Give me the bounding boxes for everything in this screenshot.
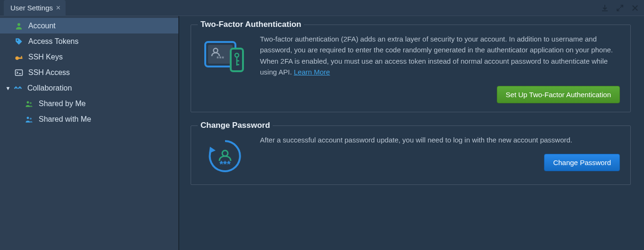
sidebar-item-access-tokens[interactable]: Access Tokens xyxy=(0,33,178,49)
tab-close-icon[interactable]: ✕ xyxy=(56,4,61,11)
change-password-icon: *** xyxy=(201,136,249,176)
sidebar-item-label: Access Tokens xyxy=(28,37,78,46)
svg-text:***: *** xyxy=(217,55,225,62)
sidebar-item-ssh-keys[interactable]: SSH Keys xyxy=(0,49,178,65)
sidebar-item-collaboration[interactable]: ▼ Collaboration xyxy=(0,80,178,96)
tag-icon xyxy=(14,37,24,46)
svg-text:***: *** xyxy=(219,159,231,169)
content: Two-Factor Authentication *** xyxy=(179,16,644,250)
sidebar-item-label: Shared with Me xyxy=(39,115,91,124)
sidebar-item-label: SSH Keys xyxy=(28,53,63,61)
panel-2fa-title: Two-Factor Authentication xyxy=(198,20,304,29)
svg-point-7 xyxy=(30,102,32,104)
sidebar-item-shared-with-me[interactable]: Shared with Me xyxy=(0,111,178,127)
user-icon xyxy=(14,21,24,31)
sidebar-item-account[interactable]: Account xyxy=(0,18,178,33)
setup-2fa-button[interactable]: Set Up Two-Factor Authentication xyxy=(497,86,620,103)
learn-more-link[interactable]: Learn More xyxy=(294,68,330,76)
expand-icon[interactable] xyxy=(615,3,625,13)
users-green-icon xyxy=(25,99,34,108)
panel-2fa: Two-Factor Authentication *** xyxy=(191,25,631,112)
sidebar: Account Access Tokens SSH Keys SSH Acces… xyxy=(0,16,179,250)
close-icon[interactable] xyxy=(630,3,640,13)
svg-point-6 xyxy=(27,101,29,103)
svg-point-20 xyxy=(222,150,228,156)
change-password-button[interactable]: Change Password xyxy=(544,154,620,171)
tab-user-settings[interactable]: User Settings ✕ xyxy=(4,0,66,16)
svg-point-9 xyxy=(30,117,32,119)
sidebar-item-label: SSH Access xyxy=(28,68,70,77)
svg-rect-4 xyxy=(21,56,22,58)
svg-point-0 xyxy=(17,23,20,26)
key-icon xyxy=(14,52,24,62)
panel-change-password: Change Password *** After a successful a… xyxy=(191,125,631,185)
titlebar: User Settings ✕ xyxy=(0,0,644,16)
svg-marker-19 xyxy=(209,147,216,153)
terminal-icon xyxy=(14,68,24,77)
two-factor-icon: *** xyxy=(201,35,249,75)
users-blue-icon xyxy=(25,115,34,124)
download-icon[interactable] xyxy=(600,3,610,13)
sidebar-item-shared-by-me[interactable]: Shared by Me xyxy=(0,96,178,111)
sidebar-item-label: Account xyxy=(28,22,56,30)
panel-pw-title: Change Password xyxy=(198,121,273,130)
svg-point-1 xyxy=(17,39,18,41)
sidebar-item-ssh-access[interactable]: SSH Access xyxy=(0,65,178,80)
panel-pw-desc: After a successful account password upda… xyxy=(260,134,620,145)
svg-rect-5 xyxy=(16,70,23,75)
tab-title: User Settings xyxy=(10,4,53,12)
sidebar-item-label: Shared by Me xyxy=(39,100,86,108)
svg-point-8 xyxy=(27,117,29,119)
sidebar-item-label: Collaboration xyxy=(27,84,72,92)
handshake-icon xyxy=(13,83,23,93)
caret-down-icon: ▼ xyxy=(5,85,11,91)
